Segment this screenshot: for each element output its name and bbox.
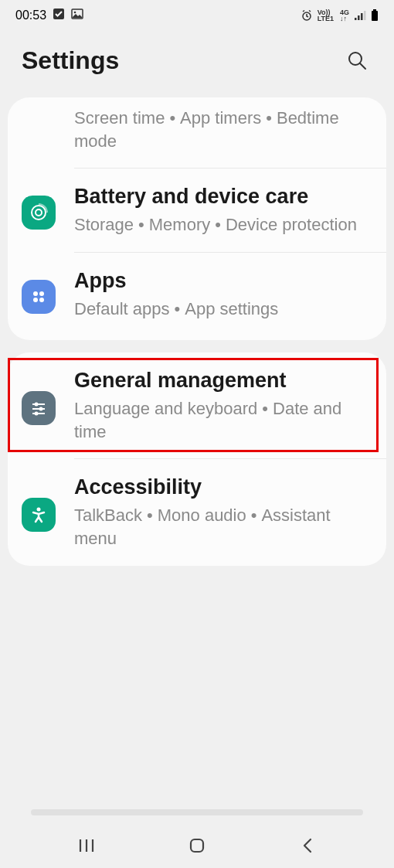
signal-icon (354, 10, 366, 21)
settings-item-apps[interactable]: Apps Default apps•App settings (8, 253, 386, 340)
page-title: Settings (22, 46, 119, 75)
home-icon (188, 836, 206, 855)
svg-rect-5 (358, 15, 360, 20)
icon-spacer (22, 107, 56, 114)
settings-card: Screen time•App timers•Bedtime mode Batt… (8, 97, 386, 340)
svg-point-21 (39, 407, 43, 410)
picture-icon (71, 8, 83, 23)
network-indicator: 4G↓↑ (340, 9, 349, 22)
setting-text: Screen time•App timers•Bedtime mode (74, 107, 372, 152)
search-button[interactable] (341, 45, 372, 76)
accessibility-icon (22, 498, 56, 532)
scrollbar[interactable] (31, 809, 363, 815)
setting-subtitle: Storage•Memory•Device protection (74, 213, 372, 237)
svg-point-24 (37, 507, 41, 511)
settings-item-general-management[interactable]: General management Language and keyboard… (8, 352, 386, 458)
settings-card: General management Language and keyboard… (8, 352, 386, 565)
setting-text: Accessibility TalkBack•Mono audio•Assist… (74, 475, 372, 550)
battery-icon (371, 9, 379, 22)
svg-point-19 (35, 402, 39, 406)
recent-apps-icon (78, 837, 95, 854)
setting-title: General management (74, 368, 372, 394)
setting-subtitle: TalkBack•Mono audio•Assistant menu (74, 504, 372, 550)
svg-point-2 (74, 12, 76, 14)
setting-title: Battery and device care (74, 184, 372, 210)
apps-icon (22, 280, 56, 314)
setting-text: Battery and device care Storage•Memory•D… (74, 184, 372, 236)
svg-rect-4 (355, 18, 357, 20)
svg-line-11 (360, 63, 365, 69)
svg-rect-6 (361, 13, 363, 20)
navigation-bar (0, 823, 394, 868)
svg-point-17 (39, 298, 44, 302)
status-right: Vo))LTE1 4G↓↑ (301, 9, 379, 22)
settings-item-battery-device-care[interactable]: Battery and device care Storage•Memory•D… (8, 168, 386, 251)
alarm-icon (301, 9, 313, 22)
settings-item-digital-wellbeing[interactable]: Screen time•App timers•Bedtime mode (8, 97, 386, 168)
status-bar: 00:53 Vo))LTE1 4G↓↑ (0, 0, 394, 31)
svg-point-12 (32, 206, 46, 220)
svg-rect-7 (364, 11, 366, 20)
setting-title: Apps (74, 268, 372, 294)
nav-recent-button[interactable] (56, 830, 117, 861)
setting-text: Apps Default apps•App settings (74, 268, 372, 320)
setting-title: Accessibility (74, 475, 372, 501)
back-icon (300, 836, 315, 855)
setting-text: General management Language and keyboard… (74, 368, 372, 443)
svg-point-13 (36, 209, 42, 216)
settings-item-accessibility[interactable]: Accessibility TalkBack•Mono audio•Assist… (8, 459, 386, 565)
nav-back-button[interactable] (277, 830, 338, 861)
setting-subtitle: Screen time•App timers•Bedtime mode (74, 107, 372, 152)
setting-subtitle: Default apps•App settings (74, 298, 372, 321)
checkbox-icon (53, 8, 65, 23)
svg-rect-9 (372, 11, 378, 21)
svg-point-23 (35, 411, 39, 415)
status-left: 00:53 (15, 8, 83, 23)
volte-indicator: Vo))LTE1 (318, 9, 334, 22)
svg-point-14 (33, 291, 38, 296)
search-icon (346, 49, 368, 71)
setting-subtitle: Language and keyboard•Date and time (74, 397, 372, 443)
svg-point-15 (39, 291, 44, 296)
svg-rect-8 (373, 9, 376, 11)
device-care-icon (22, 196, 56, 230)
header: Settings (0, 31, 394, 97)
status-time: 00:53 (15, 9, 46, 22)
general-management-icon (22, 391, 56, 425)
svg-point-16 (33, 298, 38, 302)
nav-home-button[interactable] (166, 830, 228, 861)
svg-rect-28 (191, 839, 203, 852)
